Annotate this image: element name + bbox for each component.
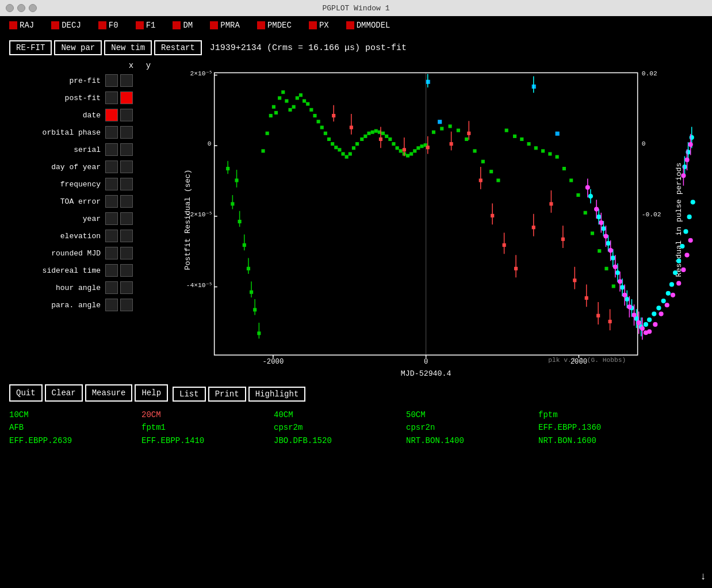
svg-text:-4×10⁻⁵: -4×10⁻⁵ [186,282,212,289]
svg-rect-52 [299,93,303,97]
prefit-y-checkbox[interactable] [120,74,133,87]
svg-rect-65 [345,155,349,159]
year-x-checkbox[interactable] [105,212,118,225]
clear-button[interactable]: Clear [45,384,83,402]
postfit-x-checkbox[interactable] [105,91,118,104]
axis-row-prefit: pre-fit [5,72,160,89]
axis-row-toaerror: TOA error [5,193,160,209]
axis-row-paraangle: para. angle [5,297,160,313]
hourangle-x-checkbox[interactable] [105,281,118,294]
svg-rect-80 [399,149,403,152]
axis-label-dayofyear: day of year [5,163,105,171]
toaerror-y-checkbox[interactable] [120,195,133,208]
legend-eff1410: EFF.EBPP.1410 [141,434,274,447]
paraangle-x-checkbox[interactable] [105,299,118,311]
svg-rect-136 [527,142,530,146]
svg-rect-86 [420,144,423,148]
rounded-x-checkbox[interactable] [105,247,118,259]
svg-text:2×10⁻⁵: 2×10⁻⁵ [190,70,212,77]
param-f1[interactable]: F1 [136,21,156,30]
param-checkbox-raj[interactable] [9,21,17,29]
svg-rect-129 [473,149,476,152]
sidereal-x-checkbox[interactable] [105,264,118,277]
svg-text:-2000: -2000 [263,358,284,366]
svg-rect-154 [556,132,560,136]
refit-button[interactable]: RE-FIT [9,40,52,55]
toaerror-x-checkbox[interactable] [105,195,118,208]
quit-button[interactable]: Quit [9,384,43,402]
help-button[interactable]: Help [135,384,168,402]
param-dmmodel[interactable]: DMMODEL [346,21,391,30]
rounded-y-checkbox[interactable] [120,247,133,259]
window-controls [6,4,37,12]
prefit-x-checkbox[interactable] [105,74,118,87]
param-checkbox-f1[interactable] [136,21,144,29]
sidereal-y-checkbox[interactable] [120,264,133,277]
param-label-f1: F1 [146,21,156,30]
param-checkbox-f0[interactable] [98,21,106,29]
param-decj[interactable]: DECJ [51,21,81,30]
svg-rect-84 [413,149,416,152]
elevation-x-checkbox[interactable] [105,230,118,242]
svg-rect-62 [334,146,338,149]
maximize-btn[interactable] [29,4,37,12]
svg-point-223 [659,311,663,316]
paraangle-y-checkbox[interactable] [120,299,133,311]
dayofyear-x-checkbox[interactable] [105,161,118,173]
param-checkbox-decj[interactable] [51,21,59,29]
restart-button[interactable]: Restart [154,40,202,55]
param-raj[interactable]: RAJ [9,21,34,30]
axis-row-rounded: rounded MJD [5,245,160,261]
param-pmdec[interactable]: PMDEC [257,21,292,30]
plot-svg: Postfit Residual (sec) Residual in pulse… [162,61,707,379]
param-f0[interactable]: F0 [98,21,118,30]
hourangle-y-checkbox[interactable] [120,281,133,294]
serial-x-checkbox[interactable] [105,143,118,156]
scroll-down-icon[interactable]: ↓ [700,571,706,582]
frequency-y-checkbox[interactable] [120,178,133,190]
close-btn[interactable] [6,4,14,12]
plot-area[interactable]: Postfit Residual (sec) Residual in pulse… [162,61,707,379]
param-dm[interactable]: DM [173,21,193,30]
plot-title: J1939+2134 (Crms = 16.166 μs) post-fit [210,43,407,53]
svg-rect-51 [296,96,299,100]
print-button[interactable]: Print [208,387,246,402]
date-x-checkbox[interactable] [105,109,118,121]
new-tim-button[interactable]: New tim [104,40,152,55]
svg-rect-47 [281,90,285,94]
date-y-checkbox[interactable] [120,109,133,121]
axis-row-dayofyear: day of year [5,159,160,175]
svg-rect-148 [612,284,615,288]
svg-point-226 [676,281,681,285]
param-px[interactable]: PX [309,21,329,30]
orbital-y-checkbox[interactable] [120,126,133,139]
param-pmra[interactable]: PMRA [210,21,240,30]
serial-y-checkbox[interactable] [120,143,133,156]
param-checkbox-dm[interactable] [173,21,181,29]
svg-point-225 [671,293,675,297]
svg-rect-132 [496,178,500,182]
svg-rect-59 [324,132,327,135]
orbital-x-checkbox[interactable] [105,126,118,139]
param-checkbox-pmra[interactable] [210,21,218,29]
param-checkbox-dmmodel[interactable] [346,21,354,29]
legend-nrt1600: NRT.BON.1600 [538,434,671,447]
svg-rect-63 [338,148,341,151]
param-checkbox-px[interactable] [309,21,317,29]
year-y-checkbox[interactable] [120,212,133,225]
window-title: PGPLOT Window 1 [322,4,389,13]
legend-nrt1400: NRT.BON.1400 [406,434,538,447]
measure-button[interactable]: Measure [85,384,133,402]
param-label-raj: RAJ [20,21,34,30]
minimize-btn[interactable] [17,4,25,12]
new-par-button[interactable]: New par [54,40,102,55]
frequency-x-checkbox[interactable] [105,178,118,190]
svg-rect-124 [432,131,435,134]
postfit-y-checkbox[interactable] [120,91,133,104]
list-button[interactable]: List [173,387,206,402]
param-checkbox-pmdec[interactable] [257,21,265,29]
dayofyear-y-checkbox[interactable] [120,161,133,173]
svg-text:0: 0 [424,358,428,366]
elevation-y-checkbox[interactable] [120,230,133,242]
highlight-button[interactable]: Highlight [248,387,306,402]
